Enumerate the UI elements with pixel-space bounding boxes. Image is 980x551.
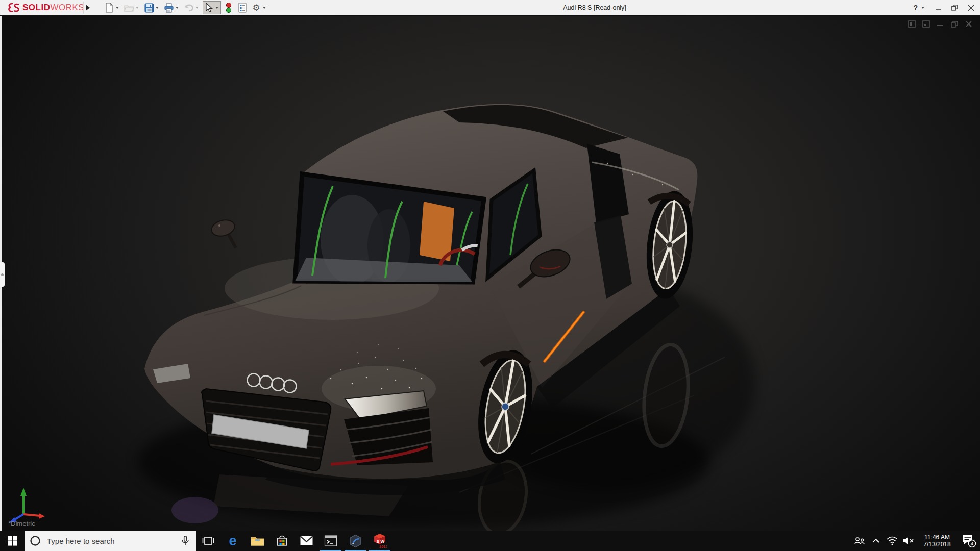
save-button[interactable] <box>143 1 161 14</box>
wifi-icon <box>886 536 898 546</box>
taskbar-app-edrawings[interactable] <box>343 531 368 551</box>
svg-text:W: W <box>381 539 385 544</box>
show-hidden-icons-button[interactable] <box>868 531 884 551</box>
open-document-button[interactable] <box>123 1 141 14</box>
select-cursor-icon <box>204 3 214 13</box>
network-button[interactable] <box>884 531 900 551</box>
cortana-circle-icon <box>30 535 41 546</box>
x-axis-arrow <box>39 513 45 519</box>
save-floppy-icon <box>144 3 154 13</box>
task-view-button[interactable] <box>196 531 220 551</box>
windows-logo-icon <box>8 536 17 546</box>
system-tray: 11:46 AM 7/13/2018 4 <box>851 531 980 551</box>
menu-flyout-button[interactable] <box>83 2 91 14</box>
clock-date: 7/13/2018 <box>918 541 957 548</box>
view-orientation-label: *Dimetric <box>8 520 35 528</box>
window-title: Audi R8 S [Read-only] <box>563 0 626 15</box>
restore-icon <box>951 5 958 11</box>
taskbar-app-edge[interactable]: e <box>220 531 245 551</box>
windows-taskbar: e <box>0 531 980 551</box>
doc-close-icon <box>966 21 972 27</box>
taskbar-app-solidworks-2017[interactable]: S W 2017 <box>368 531 392 551</box>
minimize-button[interactable] <box>934 4 942 12</box>
options-gear-icon: ⚙ <box>251 3 261 13</box>
action-center-button[interactable]: 4 <box>958 531 980 551</box>
notification-badge: 4 <box>971 541 973 546</box>
taskbar-app-command-prompt[interactable] <box>318 531 343 551</box>
split-pane-bottom-icon <box>922 20 930 28</box>
pane-left-button[interactable] <box>908 20 916 28</box>
window-controls: ? <box>913 0 975 15</box>
splitter-grip-icon <box>1 273 4 276</box>
new-document-button[interactable] <box>103 1 121 14</box>
undo-button[interactable] <box>183 1 201 14</box>
command-prompt-icon <box>324 535 337 547</box>
undo-arrow-icon <box>184 3 194 13</box>
titlebar: SOLIDWORKS <box>0 0 980 15</box>
printer-icon <box>164 3 174 13</box>
start-button[interactable] <box>0 531 24 551</box>
dropdown-caret[interactable] <box>215 7 218 9</box>
taskbar-app-file-explorer[interactable] <box>245 531 270 551</box>
quick-access-toolbar: ⚙ <box>103 0 268 15</box>
file-properties-icon <box>237 3 248 13</box>
taskbar-app-store[interactable] <box>270 531 294 551</box>
svg-text:2017: 2017 <box>379 544 387 549</box>
chevron-up-icon <box>872 538 880 544</box>
dropdown-caret[interactable] <box>156 7 159 9</box>
new-document-icon <box>104 3 114 13</box>
pane-bottom-button[interactable] <box>922 20 930 28</box>
graphics-viewport[interactable]: *Dimetric <box>0 16 980 531</box>
car-model-render[interactable] <box>0 16 980 531</box>
doc-restore-button[interactable] <box>950 20 959 28</box>
close-button[interactable] <box>967 4 975 12</box>
svg-text:S: S <box>377 539 380 544</box>
rebuild-traffic-light-icon <box>224 3 234 13</box>
solidworks-logo[interactable]: SOLIDWORKS <box>3 0 87 15</box>
open-folder-icon <box>124 3 134 13</box>
doc-close-button[interactable] <box>965 20 973 28</box>
close-icon <box>968 5 974 11</box>
select-tool-button[interactable] <box>203 1 221 14</box>
rebuild-button[interactable] <box>223 1 235 14</box>
dropdown-caret[interactable] <box>263 7 266 9</box>
flyout-arrow-icon <box>86 5 90 11</box>
mail-icon <box>300 535 313 546</box>
people-button[interactable] <box>851 531 868 551</box>
dropdown-caret[interactable] <box>116 7 119 9</box>
side-mirror-left[interactable] <box>210 218 236 248</box>
dropdown-caret[interactable] <box>136 7 139 9</box>
solidworks-window: SOLIDWORKS <box>0 0 980 551</box>
options-button[interactable]: ⚙ <box>250 1 268 14</box>
search-input[interactable] <box>46 536 180 546</box>
people-icon <box>853 535 866 546</box>
task-view-icon <box>202 535 214 547</box>
dassault-3ds-logo-icon <box>6 1 21 14</box>
volume-button[interactable] <box>900 531 917 551</box>
help-icon: ? <box>913 4 918 12</box>
microphone-icon[interactable] <box>180 535 191 547</box>
taskbar-app-mail[interactable] <box>294 531 318 551</box>
action-center-icon: 4 <box>961 533 976 548</box>
dropdown-caret[interactable] <box>176 7 179 9</box>
dropdown-caret[interactable] <box>195 7 199 9</box>
brand-text: SOLIDWORKS <box>22 3 84 13</box>
document-window-controls <box>908 20 973 28</box>
y-axis-arrow <box>20 488 27 496</box>
print-button[interactable] <box>163 1 181 14</box>
doc-minimize-button[interactable] <box>936 20 944 28</box>
volume-muted-icon <box>902 536 915 546</box>
panel-splitter-tab[interactable] <box>0 262 5 287</box>
solidworks-2017-icon: S W 2017 <box>373 533 387 548</box>
help-button[interactable]: ? <box>913 4 926 12</box>
edge-icon: e <box>229 534 236 548</box>
clock-time: 11:46 AM <box>918 534 957 541</box>
restore-button[interactable] <box>950 4 959 12</box>
orientation-triad <box>4 478 50 523</box>
dropdown-caret[interactable] <box>921 7 924 9</box>
taskbar-clock[interactable]: 11:46 AM 7/13/2018 <box>917 534 958 548</box>
split-pane-left-icon <box>908 20 916 28</box>
taskbar-search[interactable] <box>24 531 196 551</box>
file-explorer-icon <box>251 535 264 547</box>
file-properties-button[interactable] <box>236 1 249 14</box>
